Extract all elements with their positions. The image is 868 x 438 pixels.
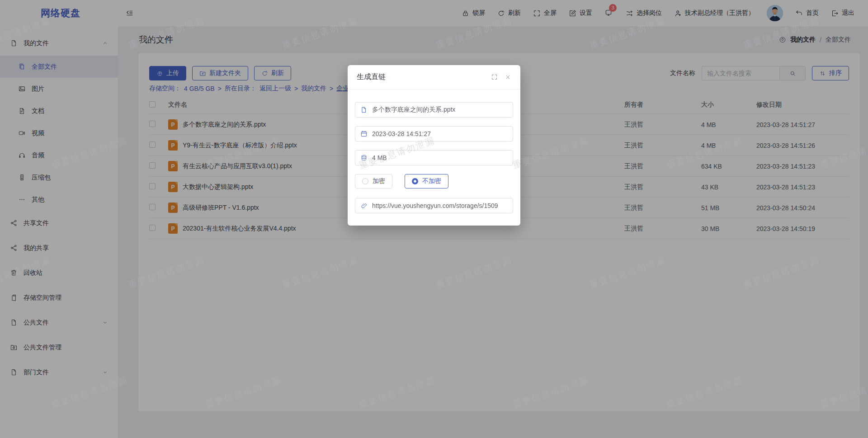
link-file-name-field[interactable]: 多个数字底座之间的关系.pptx [355,102,513,118]
radio-circle-icon [362,178,368,184]
database-icon [360,154,368,161]
direct-link-url: https://vue.youshengyun.com/storage/s/15… [372,202,498,209]
dialog-fullscreen-icon[interactable] [491,74,498,80]
dialog-header: 生成直链 [348,65,520,89]
close-icon[interactable] [505,74,511,80]
calendar-icon [360,130,368,137]
link-file-name: 多个数字底座之间的关系.pptx [372,106,455,114]
dialog-title: 生成直链 [357,72,491,82]
link-date-field[interactable]: 2023-03-28 14:51:27 [355,126,513,141]
encrypt-radio[interactable]: 加密 [355,174,392,188]
encrypt-radio-group: 加密 不加密 [355,174,513,188]
generate-link-dialog: 生成直链 多个数字底座之间的关系.pptx 2023-03-28 14:51:2… [348,65,520,226]
link-size: 4 MB [372,154,387,161]
no-encrypt-radio[interactable]: 不加密 [405,174,448,188]
link-size-field[interactable]: 4 MB [355,150,513,165]
no-encrypt-radio-label: 不加密 [422,177,441,185]
file-icon [360,106,368,113]
encrypt-radio-label: 加密 [373,177,385,185]
radio-circle-selected-icon [412,178,418,184]
paperclip-link-icon [360,202,368,209]
direct-link-field[interactable]: https://vue.youshengyun.com/storage/s/15… [355,198,513,213]
dialog-body: 多个数字底座之间的关系.pptx 2023-03-28 14:51:27 4 M… [348,89,520,226]
link-date: 2023-03-28 14:51:27 [372,130,431,137]
